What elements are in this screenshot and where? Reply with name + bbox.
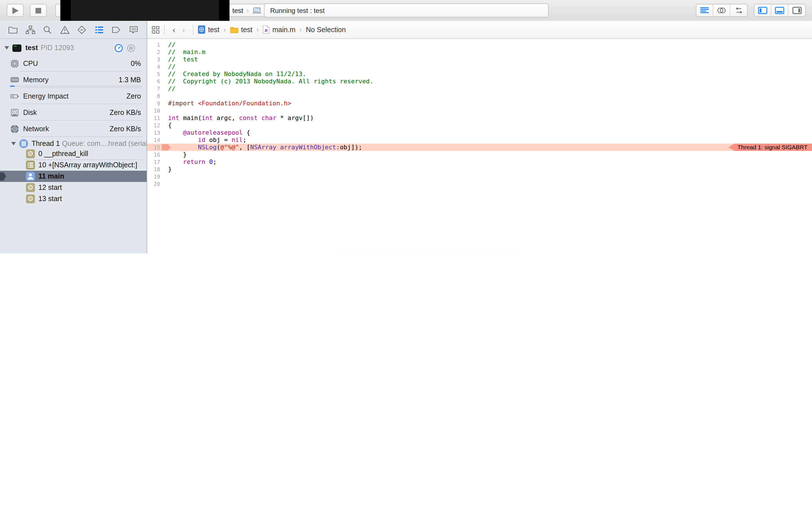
line-number[interactable]: 20	[147, 180, 162, 187]
code-line[interactable]: 10	[147, 107, 812, 114]
editor-mode-button[interactable]	[730, 4, 747, 16]
navigator-tab[interactable]	[111, 25, 121, 34]
metric-value: Zero KB/s	[110, 108, 141, 116]
metric-row[interactable]: Network Zero KB/s	[0, 121, 147, 137]
process-name: test	[26, 44, 38, 52]
line-number[interactable]: 14	[147, 136, 162, 144]
line-number[interactable]: 11	[147, 114, 162, 122]
code-line[interactable]: 19	[147, 173, 812, 180]
go-back-button[interactable]: ‹	[169, 25, 179, 34]
metric-row[interactable]: Disk Zero KB/s	[0, 104, 147, 121]
thread-row[interactable]: Thread 1 Queue: com....hread (serial)	[0, 138, 147, 149]
breakpoint-icon	[111, 25, 121, 34]
line-number[interactable]: 1	[147, 41, 162, 48]
line-number[interactable]: 7	[147, 85, 162, 93]
metric-row[interactable]: Energy Impact Zero	[0, 88, 147, 104]
line-number[interactable]: 16	[147, 151, 162, 158]
code-line[interactable]: 20	[147, 180, 812, 187]
stop-button[interactable]	[30, 4, 47, 17]
run-icon	[12, 7, 18, 14]
standard-editor-icon	[700, 7, 709, 14]
stack-frame-row[interactable]: ⚙ 0 __pthread_kill	[0, 148, 147, 159]
disclosure-triangle-icon[interactable]	[11, 142, 16, 145]
navigator-panel-icon	[758, 7, 767, 14]
code-text: {	[168, 122, 172, 129]
run-button[interactable]	[7, 4, 24, 17]
error-annotation-badge[interactable]: Thread 1: signal SIGABRT	[728, 144, 812, 151]
symbol-icon	[25, 25, 35, 34]
line-number[interactable]: 2	[147, 48, 162, 56]
code-line[interactable]: 11 int main(int argc, const char * argv[…	[147, 114, 812, 122]
stack-frame-row[interactable]: 11 main	[0, 171, 147, 182]
navigator-tab[interactable]	[129, 25, 139, 34]
code-line[interactable]: 16 }	[147, 151, 812, 158]
code-line[interactable]: 18 }	[147, 166, 812, 173]
stack-frame-row[interactable]: 10 +[NSArray arrayWithObject:]	[0, 159, 147, 171]
sidebar-divider[interactable]	[147, 21, 147, 253]
code-editor[interactable]: 1 // 2 // main.m 3 // test 4 // 5 // Cre…	[147, 39, 812, 253]
breadcrumb-item[interactable]: No Selection	[306, 25, 346, 34]
breadcrumb-item[interactable]: test	[230, 25, 263, 34]
stack-frame-row[interactable]: ⚙ 13 start	[0, 193, 147, 205]
breadcrumb-item[interactable]: m main.m	[263, 25, 306, 34]
metric-row[interactable]: CPU 0%	[0, 55, 147, 71]
metric-label: Memory	[23, 76, 49, 83]
line-number[interactable]: 6	[147, 78, 162, 85]
code-line[interactable]: 5 // Created by NobodyNada on 11/2/13.	[147, 70, 812, 78]
go-forward-button[interactable]: ›	[179, 25, 188, 34]
editor-mode-button[interactable]	[713, 4, 730, 16]
line-number[interactable]: 12	[147, 122, 162, 129]
panel-toggle-button[interactable]	[755, 4, 771, 16]
thread-queue: Queue: com....hread (serial)	[62, 140, 150, 148]
stop-icon	[36, 8, 41, 13]
breadcrumb-label: test	[208, 25, 219, 34]
line-number[interactable]: 10	[147, 107, 162, 114]
panel-toggle-button[interactable]	[788, 4, 805, 16]
navigator-tab[interactable]	[8, 25, 18, 34]
code-text: // main.m	[168, 48, 205, 56]
line-number[interactable]: 8	[147, 93, 162, 100]
code-text: // Created by NobodyNada on 11/2/13.	[168, 70, 306, 78]
disclosure-triangle-icon[interactable]	[4, 46, 9, 50]
code-line[interactable]: 1 //	[147, 41, 812, 48]
line-number[interactable]: 5	[147, 70, 162, 78]
metric-row[interactable]: Memory 1.3 MB	[0, 71, 147, 88]
editor-mode-button[interactable]	[696, 4, 713, 16]
related-items-icon[interactable]	[152, 25, 160, 34]
code-line[interactable]: 17 return 0;	[147, 158, 812, 166]
navigator-tab[interactable]	[25, 25, 35, 34]
navigator-tab[interactable]	[42, 25, 52, 34]
navigator-tab[interactable]	[77, 25, 87, 34]
line-number[interactable]: 9	[147, 100, 162, 107]
code-line[interactable]: 2 // main.m	[147, 48, 812, 56]
scheme-selector[interactable]: test › My Mac	[55, 4, 294, 17]
line-number[interactable]: 4	[147, 63, 162, 70]
gauge-icon[interactable]	[114, 44, 123, 52]
line-number[interactable]: 17	[147, 158, 162, 166]
line-number[interactable]: 15	[147, 144, 162, 151]
navigator-tab[interactable]	[94, 25, 104, 34]
process-row[interactable]: test PID 12093	[0, 41, 147, 55]
panel-toggle-button[interactable]	[771, 4, 788, 16]
status-text: Running test : test	[270, 6, 324, 14]
navigator-tab[interactable]	[59, 25, 70, 34]
code-line[interactable]: 13 @autoreleasepool {	[147, 129, 812, 136]
code-line[interactable]: 12 {	[147, 122, 812, 129]
line-number[interactable]: 18	[147, 166, 162, 173]
breadcrumb-item[interactable]: test	[198, 25, 230, 34]
code-line[interactable]: 14 id obj = nil;	[147, 136, 812, 144]
code-line[interactable]: 15 NSLog(@"%@", [NSArray arrayWithObject…	[147, 144, 812, 151]
line-number[interactable]: 13	[147, 129, 162, 136]
code-line[interactable]: 8	[147, 93, 812, 100]
code-line[interactable]: 3 // test	[147, 56, 812, 63]
navigator-tab-bar	[0, 21, 147, 39]
code-line[interactable]: 7 //	[147, 85, 812, 93]
code-line[interactable]: 9 #import <Foundation/Foundation.h>	[147, 100, 812, 107]
columns-icon[interactable]	[127, 44, 135, 52]
line-number[interactable]: 19	[147, 173, 162, 180]
code-line[interactable]: 6 // Copyright (c) 2013 NobodyNada. All …	[147, 78, 812, 85]
xcode-window: test › My Mac Running test : test test P…	[0, 0, 812, 253]
code-line[interactable]: 4 //	[147, 63, 812, 70]
stack-frame-row[interactable]: ⚙ 12 start	[0, 182, 147, 193]
line-number[interactable]: 3	[147, 56, 162, 63]
